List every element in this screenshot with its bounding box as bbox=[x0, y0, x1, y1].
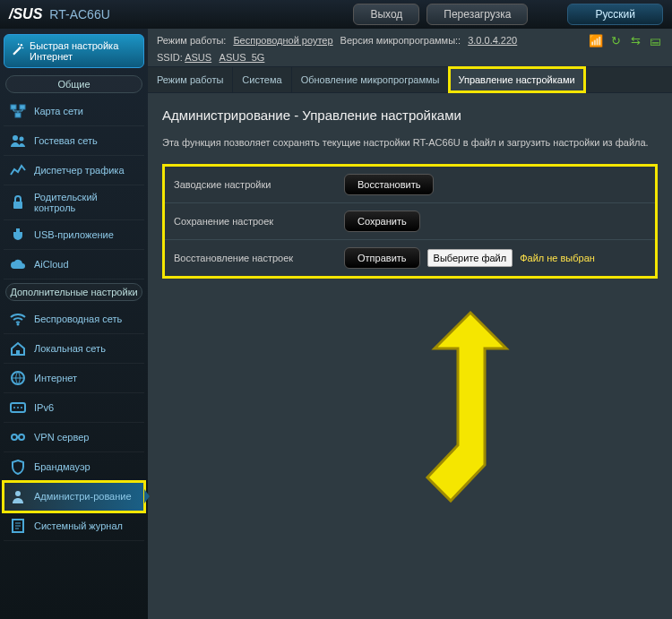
svg-point-18 bbox=[15, 491, 21, 496]
logout-button[interactable]: Выход bbox=[353, 4, 419, 25]
svg-point-9 bbox=[17, 323, 20, 326]
file-status: Файл не выбран bbox=[520, 253, 595, 263]
svg-rect-10 bbox=[16, 350, 20, 355]
row-label: Заводские настройки bbox=[174, 179, 344, 190]
page-title: Администрирование - Управление настройка… bbox=[162, 107, 658, 123]
status-bar: Режим работы: Беспроводной роутер Версия… bbox=[148, 29, 672, 67]
home-icon bbox=[9, 340, 27, 357]
svg-rect-3 bbox=[11, 105, 16, 109]
row-label: Сохранение настроек bbox=[174, 216, 344, 227]
tab-settings-management[interactable]: Управление настройками bbox=[449, 67, 584, 92]
nav-label: Родительский контроль bbox=[34, 192, 139, 213]
nav-label: Системный журнал bbox=[34, 520, 123, 531]
ssid-5-link[interactable]: ASUS_5G bbox=[220, 52, 265, 63]
fw-label: Версия микропрограммы:: bbox=[340, 35, 461, 46]
nav-aicloud[interactable]: AiCloud bbox=[4, 250, 144, 279]
storage-icon[interactable]: 🖴 bbox=[647, 32, 663, 48]
section-advanced: Дополнительные настройки bbox=[5, 283, 142, 301]
svg-point-16 bbox=[12, 434, 17, 440]
nav-label: Карта сети bbox=[34, 106, 83, 116]
plugin-icon bbox=[9, 227, 27, 243]
tab-firmware-upgrade[interactable]: Обновление микропрограммы bbox=[292, 67, 450, 92]
mode-link[interactable]: Беспроводной роутер bbox=[233, 35, 332, 46]
signal-icon[interactable]: 📶 bbox=[588, 32, 604, 48]
traffic-icon bbox=[9, 162, 27, 178]
ssid-label: SSID: bbox=[157, 52, 183, 63]
nav-label: USB-приложение bbox=[34, 229, 114, 240]
sidebar: Быстрая настройка Интернет Общие Карта с… bbox=[0, 29, 148, 619]
svg-point-17 bbox=[19, 434, 24, 440]
page-description: Эта функция позволяет сохранять текущие … bbox=[162, 137, 658, 148]
quick-setup-label: Быстрая настройка Интернет bbox=[30, 40, 138, 62]
svg-rect-8 bbox=[13, 202, 22, 209]
section-general: Общие bbox=[5, 75, 142, 93]
row-label: Восстановление настроек bbox=[174, 253, 344, 263]
choose-file-button[interactable]: Выберите файл bbox=[427, 249, 513, 267]
wifi-icon bbox=[9, 311, 27, 327]
nav-label: VPN сервер bbox=[34, 432, 89, 443]
nav-ipv6[interactable]: IPv6 bbox=[4, 393, 144, 423]
nav-label: Беспроводная сеть bbox=[34, 314, 122, 324]
svg-point-1 bbox=[22, 47, 24, 49]
admin-icon bbox=[9, 488, 27, 504]
svg-point-13 bbox=[13, 407, 15, 408]
svg-point-14 bbox=[17, 407, 19, 408]
nav-wan[interactable]: Интернет bbox=[4, 364, 144, 393]
row-restore-settings: Восстановление настроек Отправить Выбери… bbox=[165, 240, 655, 276]
usb-icon[interactable]: ⇆ bbox=[627, 32, 643, 48]
log-icon bbox=[9, 518, 27, 534]
wand-icon bbox=[10, 42, 24, 60]
svg-point-2 bbox=[18, 44, 20, 46]
language-select[interactable]: Русский bbox=[567, 4, 663, 25]
svg-point-15 bbox=[21, 407, 22, 408]
row-save-settings: Сохранение настроек Сохранить bbox=[165, 203, 655, 240]
shield-icon bbox=[9, 459, 27, 475]
nav-traffic-manager[interactable]: Диспетчер трафика bbox=[4, 156, 144, 185]
reboot-button[interactable]: Перезагрузка bbox=[426, 4, 528, 25]
svg-point-6 bbox=[13, 135, 18, 141]
nav-parental-control[interactable]: Родительский контроль bbox=[4, 185, 144, 220]
refresh-icon[interactable]: ↻ bbox=[607, 32, 624, 48]
svg-rect-4 bbox=[20, 105, 25, 109]
lock-icon bbox=[9, 194, 27, 211]
nav-label: IPv6 bbox=[34, 402, 54, 413]
nav-label: Диспетчер трафика bbox=[34, 165, 125, 176]
nav-system-log[interactable]: Системный журнал bbox=[4, 512, 144, 541]
nav-label: AiCloud bbox=[34, 259, 69, 270]
svg-point-7 bbox=[20, 137, 24, 142]
ssid-24-link[interactable]: ASUS bbox=[185, 52, 211, 63]
content-area: Администрирование - Управление настройка… bbox=[148, 93, 672, 619]
cloud-icon bbox=[9, 256, 27, 272]
nav-network-map[interactable]: Карта сети bbox=[4, 97, 144, 126]
restore-defaults-button[interactable]: Восстановить bbox=[344, 174, 434, 195]
nav-firewall[interactable]: Брандмауэр bbox=[4, 452, 144, 482]
globe-icon bbox=[9, 370, 27, 386]
svg-point-0 bbox=[21, 44, 22, 46]
mode-label: Режим работы: bbox=[157, 35, 226, 46]
row-factory-defaults: Заводские настройки Восстановить bbox=[165, 167, 655, 203]
nav-wireless[interactable]: Беспроводная сеть bbox=[4, 305, 144, 334]
brand-logo: /SUS bbox=[9, 6, 42, 22]
save-settings-button[interactable]: Сохранить bbox=[344, 211, 420, 232]
header: /SUS RT-AC66U Выход Перезагрузка Русский bbox=[0, 0, 672, 29]
nav-guest-network[interactable]: Гостевая сеть bbox=[4, 126, 144, 156]
quick-setup-button[interactable]: Быстрая настройка Интернет bbox=[4, 34, 144, 68]
nav-administration[interactable]: Администри-рование bbox=[4, 482, 144, 512]
model-name: RT-AC66U bbox=[49, 7, 109, 21]
fw-link[interactable]: 3.0.0.4.220 bbox=[468, 35, 517, 46]
tab-bar: Режим работы Система Обновление микропро… bbox=[148, 67, 672, 93]
network-map-icon bbox=[9, 103, 27, 119]
nav-vpn[interactable]: VPN сервер bbox=[4, 423, 144, 452]
tab-operation-mode[interactable]: Режим работы bbox=[148, 67, 233, 92]
svg-rect-5 bbox=[15, 113, 21, 117]
nav-label: Интернет bbox=[34, 373, 77, 383]
main-panel: Режим работы: Беспроводной роутер Версия… bbox=[148, 29, 672, 619]
tab-system[interactable]: Система bbox=[233, 67, 291, 92]
upload-settings-button[interactable]: Отправить bbox=[344, 247, 420, 269]
nav-label: Администри-рование bbox=[34, 491, 132, 502]
settings-table: Заводские настройки Восстановить Сохране… bbox=[162, 164, 658, 279]
nav-lan[interactable]: Локальная сеть bbox=[4, 334, 144, 364]
nav-usb-app[interactable]: USB-приложение bbox=[4, 220, 144, 250]
guest-icon bbox=[9, 133, 27, 149]
nav-label: Брандмауэр bbox=[34, 461, 90, 472]
